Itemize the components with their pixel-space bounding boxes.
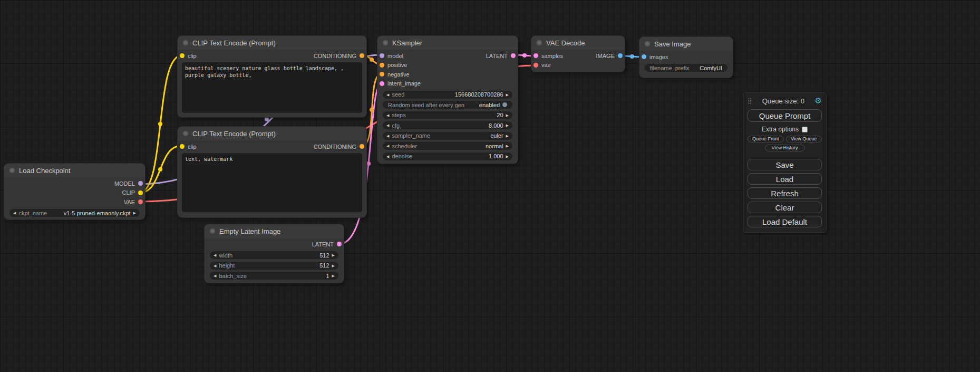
node-load-checkpoint[interactable]: Load Checkpoint MODEL CLIP VAE ◀ ckpt_na… <box>4 164 145 220</box>
node-titlebar[interactable]: CLIP Text Encode (Prompt) <box>178 127 366 140</box>
node-titlebar[interactable]: VAE Decode <box>531 36 625 50</box>
widget-value: 512 <box>319 262 329 269</box>
latent-image-input-port[interactable] <box>380 81 384 86</box>
decrement-arrow-icon[interactable]: ◀ <box>386 113 389 117</box>
view-history-button[interactable]: View History <box>765 145 805 151</box>
drag-handle-icon[interactable]: ⣿ <box>748 98 752 104</box>
conditioning-output-port[interactable] <box>360 144 364 149</box>
widget-label: seed <box>392 91 404 98</box>
node-clip-text-encode-negative[interactable]: CLIP Text Encode (Prompt) clip CONDITION… <box>178 127 366 217</box>
increment-arrow-icon[interactable]: ▶ <box>506 93 509 97</box>
decrement-arrow-icon[interactable]: ◀ <box>214 264 216 268</box>
clip-input-port[interactable] <box>180 144 185 149</box>
latent-output-port[interactable] <box>511 53 516 58</box>
decrement-arrow-icon[interactable]: ◀ <box>13 211 16 215</box>
node-vae-decode[interactable]: VAE Decode samples IMAGE vae <box>531 36 625 72</box>
collapse-dot-icon[interactable] <box>537 40 542 45</box>
node-titlebar[interactable]: KSampler <box>377 36 518 50</box>
node-titlebar[interactable]: Load Checkpoint <box>4 164 145 177</box>
clip-output-port[interactable] <box>138 190 143 195</box>
node-save-image[interactable]: Save Image images filename_prefix ComfyU… <box>639 37 733 78</box>
positive-input-port[interactable] <box>380 63 384 68</box>
settings-gear-icon[interactable]: ⚙ <box>815 96 822 106</box>
negative-prompt-textarea[interactable]: text, watermark <box>182 153 362 212</box>
negative-input-label: negative <box>387 71 410 78</box>
ckpt-name-widget[interactable]: ◀ ckpt_name v1-5-pruned-emaonly.ckpt ▶ <box>9 209 140 217</box>
node-empty-latent-image[interactable]: Empty Latent Image LATENT ◀ width 512 ▶ … <box>205 224 344 283</box>
steps-widget[interactable]: ◀ steps 20 ▶ <box>383 111 512 119</box>
collapse-dot-icon[interactable] <box>183 131 188 136</box>
latent-output-port[interactable] <box>337 242 342 246</box>
filename-prefix-widget[interactable]: filename_prefix ComfyUI <box>645 64 727 72</box>
increment-arrow-icon[interactable]: ▶ <box>332 264 335 268</box>
clear-button[interactable]: Clear <box>748 202 822 213</box>
scheduler-widget[interactable]: ◀ scheduler normal ▶ <box>383 142 512 150</box>
node-titlebar[interactable]: Empty Latent Image <box>205 224 344 238</box>
output-row: LATENT <box>205 240 344 249</box>
sampler-name-widget[interactable]: ◀ sampler_name euler ▶ <box>383 132 512 140</box>
vae-input-port[interactable] <box>533 63 538 68</box>
increment-arrow-icon[interactable]: ▶ <box>332 274 335 278</box>
link-midpoint-dot <box>158 122 162 126</box>
samples-input-port[interactable] <box>533 53 538 58</box>
conditioning-output-port[interactable] <box>360 53 364 58</box>
widget-value: 1 <box>326 273 329 279</box>
negative-input-port[interactable] <box>380 72 384 77</box>
extra-options-checkbox[interactable] <box>802 127 808 132</box>
link-midpoint-dot <box>158 167 162 171</box>
widget-label: batch_size <box>219 273 247 279</box>
queue-front-button[interactable]: Queue Front <box>748 136 784 142</box>
port-row: clip CONDITIONING <box>178 142 366 151</box>
seed-widget[interactable]: ◀ seed 156680208700286 ▶ <box>383 91 512 99</box>
node-clip-text-encode-positive[interactable]: CLIP Text Encode (Prompt) clip CONDITION… <box>178 36 366 117</box>
random-seed-toggle[interactable]: Random seed after every gen enabled <box>383 101 512 109</box>
node-titlebar[interactable]: Save Image <box>639 37 733 51</box>
collapse-dot-icon[interactable] <box>9 168 15 173</box>
load-button[interactable]: Load <box>748 173 822 185</box>
load-default-button[interactable]: Load Default <box>748 216 822 227</box>
increment-arrow-icon[interactable]: ▶ <box>506 144 509 148</box>
image-output-port[interactable] <box>618 53 623 58</box>
save-button[interactable]: Save <box>748 159 822 170</box>
cfg-widget[interactable]: ◀ cfg 8.000 ▶ <box>383 121 512 129</box>
vae-output-port[interactable] <box>138 199 143 204</box>
height-widget[interactable]: ◀ height 512 ▶ <box>210 262 338 270</box>
node-title: KSampler <box>392 39 422 47</box>
node-title: Save Image <box>654 40 691 48</box>
link-midpoint-dot <box>630 54 634 59</box>
clip-input-port[interactable] <box>180 53 185 58</box>
view-queue-button[interactable]: View Queue <box>786 136 822 142</box>
collapse-dot-icon[interactable] <box>210 228 215 234</box>
queue-prompt-button[interactable]: Queue Prompt <box>748 109 822 122</box>
width-widget[interactable]: ◀ width 512 ▶ <box>210 251 338 259</box>
decrement-arrow-icon[interactable]: ◀ <box>214 253 216 257</box>
decrement-arrow-icon[interactable]: ◀ <box>386 134 389 138</box>
collapse-dot-icon[interactable] <box>383 40 388 45</box>
collapse-dot-icon[interactable] <box>645 41 650 46</box>
collapse-dot-icon[interactable] <box>183 40 188 45</box>
increment-arrow-icon[interactable]: ▶ <box>506 134 509 138</box>
menu-spacer <box>748 151 822 156</box>
node-titlebar[interactable]: CLIP Text Encode (Prompt) <box>178 36 366 50</box>
decrement-arrow-icon[interactable]: ◀ <box>386 144 389 148</box>
refresh-button[interactable]: Refresh <box>748 187 822 199</box>
batch-size-widget[interactable]: ◀ batch_size 1 ▶ <box>210 272 338 280</box>
increment-arrow-icon[interactable]: ▶ <box>506 113 509 117</box>
graph-canvas[interactable]: Load Checkpoint MODEL CLIP VAE ◀ ckpt_na… <box>0 0 980 372</box>
positive-prompt-textarea[interactable]: beautiful scenery nature glass bottle la… <box>182 62 362 113</box>
decrement-arrow-icon[interactable]: ◀ <box>214 274 216 278</box>
widget-value: 512 <box>319 252 329 259</box>
increment-arrow-icon[interactable]: ▶ <box>506 123 509 127</box>
node-ksampler[interactable]: KSampler model LATENT positive negative … <box>377 36 518 164</box>
denoise-widget[interactable]: ◀ denoise 1.000 ▶ <box>383 152 512 160</box>
decrement-arrow-icon[interactable]: ◀ <box>386 93 389 97</box>
decrement-arrow-icon[interactable]: ◀ <box>386 123 389 127</box>
images-input-label: images <box>649 54 668 60</box>
images-input-port[interactable] <box>642 54 646 59</box>
decrement-arrow-icon[interactable]: ◀ <box>386 155 389 158</box>
increment-arrow-icon[interactable]: ▶ <box>332 253 335 257</box>
model-output-port[interactable] <box>138 181 143 186</box>
model-input-port[interactable] <box>380 53 384 58</box>
increment-arrow-icon[interactable]: ▶ <box>506 155 509 158</box>
increment-arrow-icon[interactable]: ▶ <box>133 211 136 215</box>
